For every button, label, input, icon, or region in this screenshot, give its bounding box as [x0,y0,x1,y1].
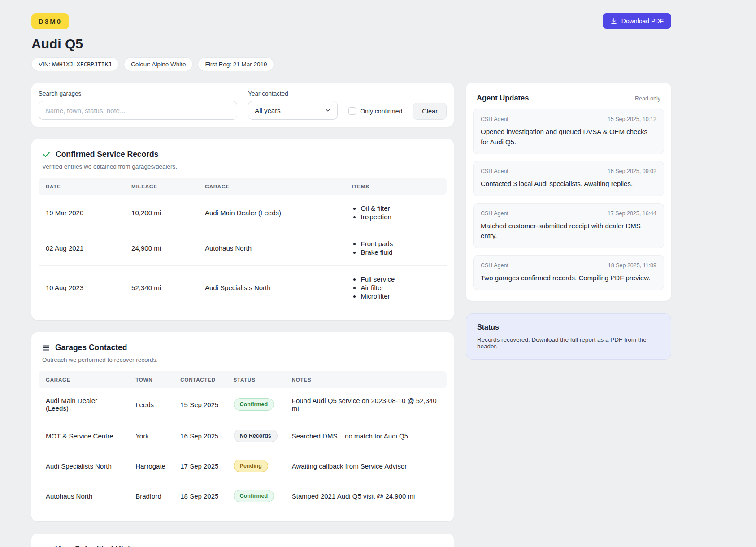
agent-name: CSH Agent [481,210,508,217]
table-row: MOT & Service Centre York 16 Sep 2025 No… [39,421,447,451]
garage-name: Audi Specialists North [39,451,128,481]
garage-contacted: 15 Sep 2025 [173,388,226,421]
record-item: Oil & filter [361,204,439,212]
download-icon [610,17,617,25]
update-timestamp: 15 Sep 2025, 10:12 [608,116,656,122]
only-confirmed-checkbox[interactable] [348,107,356,115]
col-garage: Garage [198,178,345,195]
col-date: Date [39,178,124,195]
agent-updates-card: Agent Updates Read-only CSH Agent 15 Sep… [466,83,671,301]
chevron-down-icon [325,107,331,113]
table-row: 10 Aug 2023 52,340 mi Audi Specialists N… [39,266,447,310]
garages-contacted-subtitle: Outreach we performed to recover records… [39,356,447,363]
garage-notes: Awaiting callback from Service Advisor [285,451,447,481]
download-pdf-label: Download PDF [621,17,664,25]
garage-name: Autohaus North [39,481,128,511]
confirmed-records-card: Confirmed Service Records Verified entri… [31,139,454,320]
garage-notes: Found Audi Q5 service on 2023-08-10 @ 52… [285,388,447,421]
garages-contacted-title: Garages Contacted [55,343,127,352]
update-text: Two garages confirmed records. Compiling… [481,273,656,283]
update-timestamp: 16 Sep 2025, 09:02 [608,168,656,174]
garage-town: Bradford [128,481,173,511]
garage-contacted: 16 Sep 2025 [173,421,226,451]
list-icon [42,545,50,547]
agent-updates-title: Agent Updates [477,94,529,102]
garage-contacted: 18 Sep 2025 [173,481,226,511]
record-item: Front pads [361,240,439,247]
agent-name: CSH Agent [481,262,508,269]
col-items: Items [344,178,447,195]
status-title: Status [474,323,664,331]
col-town: Town [128,371,173,388]
record-item: Microfilter [361,292,439,300]
table-row: 19 Mar 2020 10,200 mi Audi Main Dealer (… [39,195,447,230]
garages-contacted-card: Garages Contacted Outreach we performed … [31,332,454,521]
update-timestamp: 17 Sep 2025, 16:44 [608,210,656,217]
agent-name: CSH Agent [481,168,508,174]
search-input[interactable] [39,101,237,120]
table-header-row: Date Mileage Garage Items [39,178,447,195]
record-items: Oil & filter Inspection [352,204,439,221]
vehicle-chips: VIN: WWH1XJLXFCBPJTIKJ Colour: Alpine Wh… [31,57,671,71]
demo-badge: D3M0 [31,13,69,29]
record-garage: Audi Main Dealer (Leeds) [198,195,345,230]
readonly-tag: Read-only [635,96,660,102]
user-history-card: User Submitted History Entries provided … [31,534,454,547]
table-row: Autohaus North Bradford 18 Sep 2025 Conf… [39,481,447,511]
year-select[interactable]: All years [248,101,338,120]
only-confirmed-toggle[interactable]: Only confirmed [348,107,402,115]
first-reg-chip: First Reg: 21 Mar 2019 [198,57,274,71]
main-column: Search garages Year contacted All years … [31,83,454,547]
garages-contacted-table: Garage Town Contacted Status Notes Audi … [39,371,447,511]
garage-town: York [128,421,173,451]
col-garage: Garage [39,371,128,388]
update-timestamp: 18 Sep 2025, 11:09 [608,262,656,269]
year-contacted-label: Year contacted [248,90,338,97]
update-text: Opened investigation and queued DVSA & O… [481,127,656,147]
vin-chip: VIN: WWH1XJLXFCBPJTIKJ [31,57,119,71]
status-panel: Status Records recovered. Download the f… [466,313,671,360]
record-item: Brake fluid [361,248,439,256]
record-date: 19 Mar 2020 [39,195,124,230]
colour-chip: Colour: Alpine White [124,57,193,71]
agent-update-item: CSH Agent 17 Sep 2025, 16:44 Matched cus… [473,203,664,248]
status-badge: Pending [234,460,268,472]
garage-town: Leeds [128,388,173,421]
garage-name: MOT & Service Centre [39,421,128,451]
record-date: 02 Aug 2021 [39,230,124,266]
confirmed-records-title: Confirmed Service Records [56,150,159,159]
page-title: Audi Q5 [31,36,671,52]
garage-notes: Searched DMS – no match for Audi Q5 [285,421,447,451]
update-text: Matched customer-submitted receipt with … [481,221,656,241]
user-history-title: User Submitted History [55,544,142,547]
garage-notes: Stamped 2021 Audi Q5 visit @ 24,900 mi [285,481,447,511]
status-badge: Confirmed [234,398,274,411]
update-text: Contacted 3 local Audi specialists. Awai… [481,179,656,189]
col-notes: Notes [285,371,447,388]
record-garage: Autohaus North [198,230,345,266]
record-mileage: 10,200 mi [124,195,198,230]
table-row: Audi Specialists North Harrogate 17 Sep … [39,451,447,481]
record-mileage: 24,900 mi [124,230,198,266]
confirmed-records-subtitle: Verified entries we obtained from garage… [39,163,447,170]
garage-contacted: 17 Sep 2025 [173,451,226,481]
page-header: D3M0 Download PDF [31,13,671,29]
search-field-group: Search garages [39,90,237,120]
search-garages-label: Search garages [39,90,237,97]
year-select-value: All years [255,107,281,114]
col-mileage: Mileage [124,178,198,195]
table-header-row: Garage Town Contacted Status Notes [39,371,447,388]
table-row: Audi Main Dealer (Leeds) Leeds 15 Sep 20… [39,388,447,421]
record-mileage: 52,340 mi [124,266,198,310]
col-contacted: Contacted [173,371,226,388]
record-items: Front pads Brake fluid [352,240,439,256]
agent-update-item: CSH Agent 16 Sep 2025, 09:02 Contacted 3… [473,161,664,196]
download-pdf-button[interactable]: Download PDF [603,13,671,29]
table-row: 02 Aug 2021 24,900 mi Autohaus North Fro… [39,230,447,266]
sidebar: Agent Updates Read-only CSH Agent 15 Sep… [466,83,671,360]
year-field-group: Year contacted All years [248,90,338,120]
record-items: Full service Air filter Microfilter [352,275,439,300]
clear-button[interactable]: Clear [413,103,447,120]
menu-icon [42,344,50,352]
status-badge: No Records [234,430,278,442]
